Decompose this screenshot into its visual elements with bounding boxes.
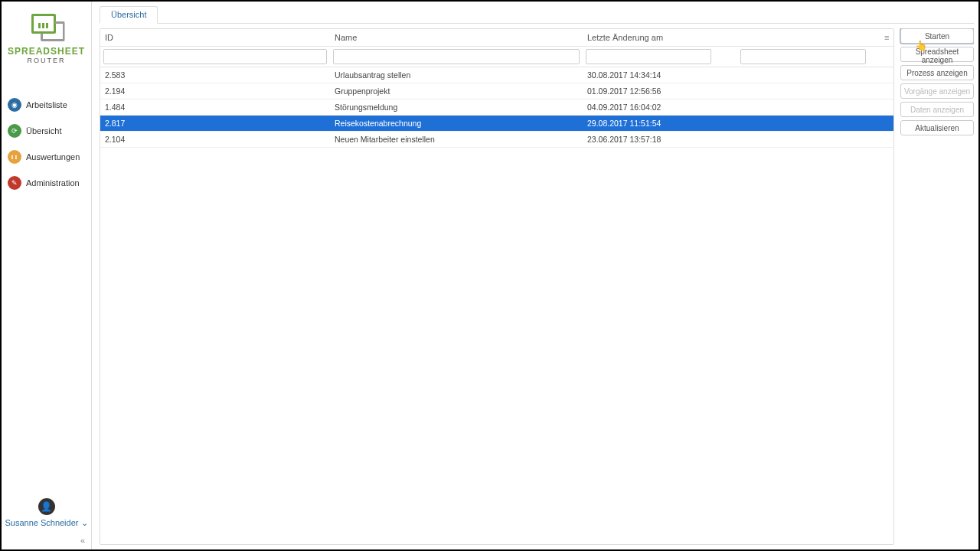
- nav-label-overview: Übersicht: [26, 126, 61, 135]
- table-row[interactable]: 2.194Gruppenprojekt01.09.2017 12:56:56: [100, 83, 893, 99]
- nav-item-reports[interactable]: ⫾⫾ Auswertungen: [2, 144, 91, 170]
- nav-item-admin[interactable]: ✎ Administration: [2, 170, 91, 196]
- cell-name: Reisekostenabrechnung: [330, 116, 583, 132]
- brand-logo: SPREADSHEET ROUTER: [2, 8, 91, 77]
- show-history-button[interactable]: Vorgänge anzeigen: [900, 83, 974, 99]
- user-avatar-icon[interactable]: 👤: [38, 498, 55, 515]
- refresh-button[interactable]: Aktualisieren: [900, 120, 974, 135]
- tabs-bar: Übersicht: [100, 6, 974, 24]
- filter-row: 📅 📅: [100, 47, 893, 67]
- user-name-dropdown[interactable]: Susanne Schneider ⌄: [5, 518, 88, 528]
- cell-id: 1.484: [100, 99, 330, 116]
- nav-item-worklist[interactable]: ◉ Arbeitsliste: [2, 92, 91, 118]
- table-row[interactable]: 2.817Reisekostenabrechnung29.08.2017 11:…: [100, 116, 893, 132]
- action-panel: Starten Spreadsheet anzeigen Prozess anz…: [900, 28, 974, 545]
- sidebar-collapse-toggle[interactable]: «: [2, 531, 91, 549]
- cell-id: 2.583: [100, 67, 330, 83]
- reports-icon: ⫾⫾: [8, 150, 21, 164]
- column-header-id[interactable]: ID: [100, 29, 330, 47]
- show-data-button[interactable]: Daten anzeigen: [900, 102, 974, 117]
- nav-list: ◉ Arbeitsliste ⟳ Übersicht ⫾⫾ Auswertung…: [2, 92, 91, 196]
- brand-icon: [28, 11, 65, 41]
- nav-item-overview[interactable]: ⟳ Übersicht: [2, 118, 91, 144]
- filter-date-from-input[interactable]: [586, 49, 711, 64]
- show-spreadsheet-button[interactable]: Spreadsheet anzeigen: [900, 47, 974, 62]
- chevron-down-icon: ⌄: [81, 518, 88, 527]
- filter-name-input[interactable]: [333, 49, 580, 64]
- cell-id: 2.104: [100, 132, 330, 148]
- nav-label-admin: Administration: [26, 178, 80, 187]
- user-area: 👤 Susanne Schneider ⌄: [2, 492, 91, 531]
- table-row[interactable]: 2.583Urlaubsantrag stellen30.08.2017 14:…: [100, 67, 893, 83]
- cell-name: Neuen Mitarbeiter einstellen: [330, 132, 583, 148]
- sidebar: SPREADSHEET ROUTER ◉ Arbeitsliste ⟳ Über…: [2, 2, 92, 549]
- data-grid: ID Name Letzte Änderung am ≡ 📅: [100, 28, 894, 545]
- overview-icon: ⟳: [8, 124, 21, 138]
- nav-label-worklist: Arbeitsliste: [26, 100, 67, 109]
- cell-date: 30.08.2017 14:34:14: [583, 67, 893, 83]
- filter-id-input[interactable]: [103, 49, 327, 64]
- table-row[interactable]: 1.484Störungsmeldung04.09.2017 16:04:02: [100, 99, 893, 116]
- user-name-label: Susanne Schneider: [5, 518, 78, 527]
- column-menu-button[interactable]: ≡: [880, 29, 893, 47]
- start-button[interactable]: Starten: [900, 28, 974, 44]
- admin-icon: ✎: [8, 176, 21, 190]
- column-header-name[interactable]: Name: [330, 29, 583, 47]
- worklist-icon: ◉: [8, 98, 21, 112]
- brand-title: SPREADSHEET: [5, 46, 88, 57]
- show-process-button[interactable]: Prozess anzeigen: [900, 65, 974, 80]
- main-area: Übersicht ID Name Letzte Änderung am ≡: [92, 2, 978, 549]
- column-header-date[interactable]: Letzte Änderung am: [583, 29, 880, 47]
- cell-date: 04.09.2017 16:04:02: [583, 99, 893, 116]
- tab-overview[interactable]: Übersicht: [100, 6, 158, 24]
- cell-date: 29.08.2017 11:51:54: [583, 116, 893, 132]
- cell-name: Gruppenprojekt: [330, 83, 583, 99]
- cell-id: 2.817: [100, 116, 330, 132]
- cell-date: 23.06.2017 13:57:18: [583, 132, 893, 148]
- cell-name: Störungsmeldung: [330, 99, 583, 116]
- filter-date-to-input[interactable]: [740, 49, 866, 64]
- cell-id: 2.194: [100, 83, 330, 99]
- brand-subtitle: ROUTER: [5, 57, 88, 64]
- cell-date: 01.09.2017 12:56:56: [583, 83, 893, 99]
- collapse-icon: «: [80, 536, 85, 545]
- table-row[interactable]: 2.104Neuen Mitarbeiter einstellen23.06.2…: [100, 132, 893, 148]
- nav-label-reports: Auswertungen: [26, 152, 80, 161]
- cell-name: Urlaubsantrag stellen: [330, 67, 583, 83]
